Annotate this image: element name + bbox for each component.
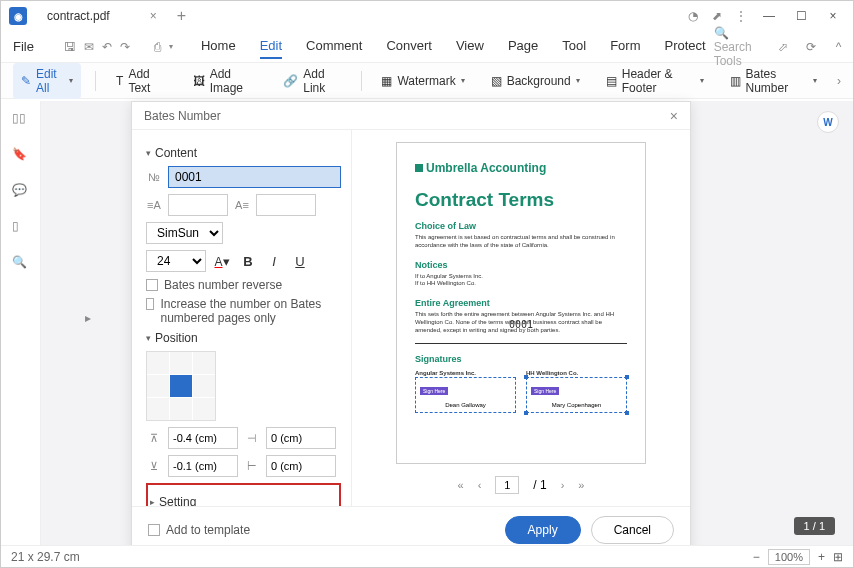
page-preview: Umbrella Accounting Contract Terms Choic…	[396, 142, 646, 464]
watermark-button[interactable]: ▦ Watermark▾	[375, 70, 470, 92]
header-footer-button[interactable]: ▤ Header & Footer▾	[600, 63, 710, 99]
position-grid[interactable]	[146, 351, 216, 421]
prev-page-button[interactable]: ‹	[478, 479, 482, 491]
prefix-input[interactable]	[168, 194, 228, 216]
zoom-select[interactable]: 100%	[768, 549, 810, 565]
signature-field-b: Sign Here Mary Copenhagen	[526, 377, 627, 413]
zoom-out-button[interactable]: −	[753, 550, 760, 564]
share-icon[interactable]: ⬈	[709, 8, 725, 24]
font-family-select[interactable]: SimSun	[146, 222, 223, 244]
fit-view-icon[interactable]: ⊞	[833, 550, 843, 564]
tab-form[interactable]: Form	[610, 34, 640, 59]
background-button[interactable]: ▧ Background▾	[485, 70, 586, 92]
left-rail: ▯▯ 🔖 💬 ▯ 🔍	[1, 101, 41, 545]
apply-button[interactable]: Apply	[505, 516, 581, 544]
bookmark-icon[interactable]: 🔖	[12, 147, 30, 165]
new-tab-button[interactable]: +	[177, 7, 186, 25]
thumbnails-icon[interactable]: ▯▯	[12, 111, 30, 129]
bates-number-button[interactable]: ▥ Bates Number▾	[724, 63, 823, 99]
margin-bottom-input[interactable]	[168, 455, 238, 477]
margin-right-icon: ⊢	[244, 458, 260, 474]
increase-number-checkbox[interactable]: Increase the number on Bates numbered pa…	[146, 297, 341, 325]
tab-home[interactable]: Home	[201, 34, 236, 59]
signature-field-a: Sign Here Dean Galloway	[415, 377, 516, 413]
margin-top-input[interactable]	[168, 427, 238, 449]
app-logo-icon: ◉	[9, 7, 27, 25]
word-badge-icon[interactable]: W	[817, 111, 839, 133]
bates-reverse-checkbox[interactable]: Bates number reverse	[146, 278, 341, 292]
prefix-align-icon: ≡A	[146, 197, 162, 213]
minimize-button[interactable]: —	[757, 4, 781, 28]
tab-convert[interactable]: Convert	[386, 34, 432, 59]
page-number-input[interactable]	[495, 476, 519, 494]
maximize-button[interactable]: ☐	[789, 4, 813, 28]
tab-protect[interactable]: Protect	[664, 34, 705, 59]
toolbar-overflow-icon[interactable]: ›	[837, 74, 841, 88]
suffix-input[interactable]	[256, 194, 316, 216]
external-link-icon[interactable]: ⬀	[774, 40, 792, 54]
font-size-select[interactable]: 24	[146, 250, 206, 272]
tab-filename: contract.pdf	[47, 9, 110, 23]
edit-toolbar: ✎ Edit All▾ T Add Text 🖼 Add Image 🔗 Add…	[1, 63, 853, 99]
page-total: / 1	[533, 478, 546, 492]
redo-icon[interactable]: ↷	[120, 40, 130, 54]
tab-comment[interactable]: Comment	[306, 34, 362, 59]
add-text-button[interactable]: T Add Text	[110, 63, 173, 99]
margin-bottom-icon: ⊻	[146, 458, 162, 474]
margin-left-input[interactable]	[266, 427, 336, 449]
content-section-header[interactable]: ▾Content	[146, 146, 341, 160]
italic-button[interactable]: I	[264, 250, 284, 272]
close-window-button[interactable]: ×	[821, 4, 845, 28]
panel-collapse-icon[interactable]: ▸	[85, 311, 91, 371]
underline-button[interactable]: U	[290, 250, 310, 272]
add-to-template-checkbox[interactable]: Add to template	[148, 523, 250, 537]
preview-brand-logo: Umbrella Accounting	[415, 161, 627, 175]
preview-bates-stamp: 0001	[509, 319, 533, 330]
tab-view[interactable]: View	[456, 34, 484, 59]
add-image-button[interactable]: 🖼 Add Image	[187, 63, 264, 99]
bates-number-input[interactable]	[168, 166, 341, 188]
cancel-button[interactable]: Cancel	[591, 516, 674, 544]
last-page-button[interactable]: »	[578, 479, 584, 491]
highlighted-sections: ▸Setting ▸Page Range	[146, 483, 341, 506]
bates-prefix-icon[interactable]: №	[146, 169, 162, 185]
cloud-sync-icon[interactable]: ⟳	[802, 40, 820, 54]
cloud-icon[interactable]: ◔	[685, 8, 701, 24]
page-dimensions: 21 x 29.7 cm	[11, 550, 80, 564]
add-link-button[interactable]: 🔗 Add Link	[277, 63, 346, 99]
search-tools-input[interactable]: 🔍 Search Tools	[714, 26, 752, 68]
tab-tool[interactable]: Tool	[562, 34, 586, 59]
search-icon[interactable]: 🔍	[12, 255, 30, 273]
zoom-in-button[interactable]: +	[818, 550, 825, 564]
tab-page[interactable]: Page	[508, 34, 538, 59]
font-color-button[interactable]: A▾	[212, 250, 232, 272]
page-indicator-badge: 1 / 1	[794, 517, 835, 535]
margin-left-icon: ⊣	[244, 430, 260, 446]
setting-section-header[interactable]: ▸Setting	[150, 495, 337, 506]
document-tab[interactable]: contract.pdf ×	[37, 5, 167, 27]
suffix-align-icon: A≡	[234, 197, 250, 213]
close-dialog-button[interactable]: ×	[670, 108, 678, 124]
close-tab-icon[interactable]: ×	[150, 9, 157, 23]
save-icon[interactable]: 🖫	[64, 40, 76, 54]
position-section-header[interactable]: ▾Position	[146, 331, 341, 345]
position-center[interactable]	[170, 375, 192, 397]
menu-bar: File 🖫 ✉ ↶ ↷ ⎙ ▾ Home Edit Comment Conve…	[1, 31, 853, 63]
comments-icon[interactable]: 💬	[12, 183, 30, 201]
attachments-icon[interactable]: ▯	[12, 219, 30, 237]
mail-icon[interactable]: ✉	[84, 40, 94, 54]
next-page-button[interactable]: ›	[561, 479, 565, 491]
file-menu[interactable]: File	[13, 39, 34, 54]
undo-icon[interactable]: ↶	[102, 40, 112, 54]
print-dropdown-icon[interactable]: ▾	[169, 42, 173, 51]
margin-right-input[interactable]	[266, 455, 336, 477]
collapse-ribbon-icon[interactable]: ^	[830, 40, 848, 54]
edit-all-button[interactable]: ✎ Edit All▾	[13, 63, 81, 99]
dialog-title: Bates Number	[144, 109, 221, 123]
bold-button[interactable]: B	[238, 250, 258, 272]
first-page-button[interactable]: «	[458, 479, 464, 491]
tab-edit[interactable]: Edit	[260, 34, 282, 59]
print-icon[interactable]: ⎙	[154, 40, 161, 54]
kebab-menu-icon[interactable]: ⋮	[733, 8, 749, 24]
preview-pager: « ‹ / 1 › »	[458, 476, 585, 494]
